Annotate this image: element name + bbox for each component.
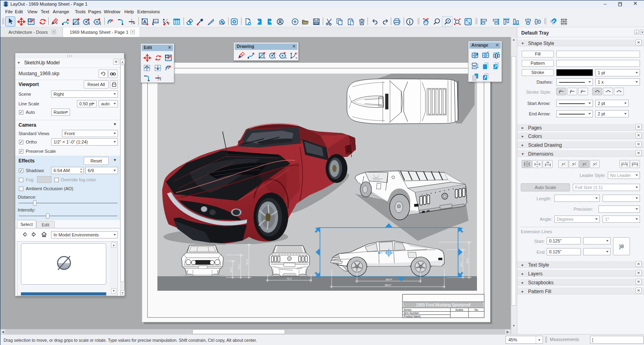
svg-text:Item Number:: Item Number: — [404, 312, 420, 314]
svg-text:52.4”: 52.4” — [246, 259, 248, 265]
svg-text:72.1”: 72.1” — [287, 277, 292, 280]
svg-text:n: n — [561, 162, 564, 165]
svg-text:37.1”: 37.1” — [238, 264, 240, 269]
svg-text:30.4”: 30.4” — [460, 261, 462, 267]
svg-text:r: r — [149, 79, 150, 82]
svg-text:53.0”: 53.0” — [466, 258, 469, 263]
svg-text:n: n — [582, 162, 585, 165]
svg-text:A1: A1 — [154, 20, 158, 23]
svg-text:1-3: 1-3 — [623, 162, 626, 164]
svg-text:Series:: Series: — [404, 308, 412, 311]
svg-text:186.5”: 186.5” — [384, 284, 391, 286]
svg-text:1969 Ford Mustang Sportsroof: 1969 Ford Mustang Sportsroof — [416, 303, 471, 307]
svg-text:A: A — [143, 19, 147, 24]
svg-text:n: n — [593, 162, 595, 165]
svg-text:r: r — [123, 23, 124, 26]
svg-text:Product Name:: Product Name: — [404, 315, 421, 318]
svg-text:19.6”: 19.6” — [230, 267, 232, 273]
svg-text:106.4”: 106.4” — [385, 278, 392, 281]
svg-text:No.: No. — [475, 308, 479, 311]
svg-text:n: n — [572, 162, 574, 165]
svg-text:Scales: Scales — [455, 308, 463, 311]
svg-text:3m: 3m — [633, 162, 636, 164]
